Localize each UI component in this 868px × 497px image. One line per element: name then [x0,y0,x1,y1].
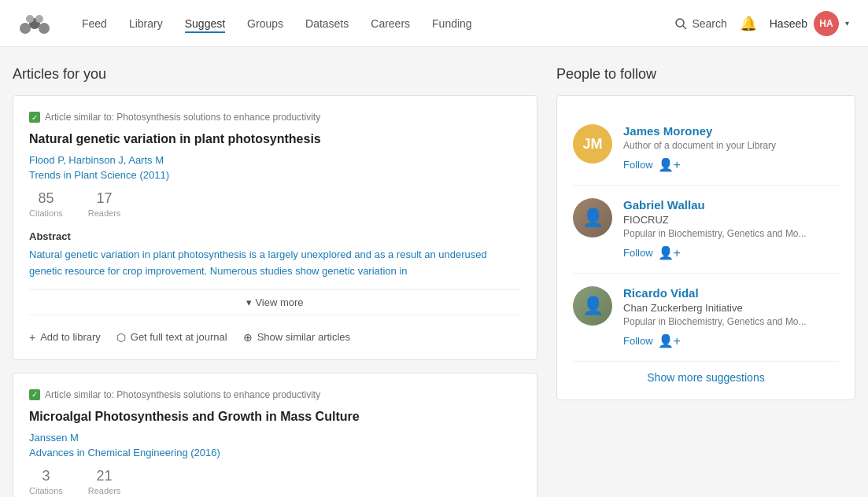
similar-tag-1: ✓ Article similar to: Photosynthesis sol… [29,112,521,123]
nav-right: Search 🔔 Haseeb HA ▾ [674,11,849,36]
external-link-icon-1: ⬡ [116,331,126,344]
svg-point-2 [39,23,50,34]
abstract-text-1: Natural genetic variation in plant photo… [29,247,521,280]
person-info-3: Ricardo Vidal Chan Zuckerberg Initiative… [623,286,839,348]
person-org-3: Chan Zuckerberg Initiative [623,302,839,314]
readers-label-1: Readers [88,208,121,218]
plus-icon-1: + [29,331,35,344]
person-item-3: 👤 Ricardo Vidal Chan Zuckerberg Initiati… [573,274,839,362]
person-info-1: James Moroney Author of a document in yo… [623,124,839,172]
svg-point-4 [26,15,34,23]
similar-text-1: Article similar to: Photosynthesis solut… [45,112,320,123]
follow-icon-3: 👤+ [658,333,681,348]
person-name-3[interactable]: Ricardo Vidal [623,286,839,300]
view-more-1[interactable]: ▾ View more [29,289,521,315]
article-stats-1: 85 Citations 17 Readers [29,190,521,218]
article-journal-2: Advances in Chemical Engineering (2016) [29,447,521,458]
people-card: JM James Moroney Author of a document in… [556,95,855,400]
show-similar-button-1[interactable]: ⊕ Show similar articles [243,331,350,344]
get-full-text-button-1[interactable]: ⬡ Get full text at journal [116,331,227,344]
nav-careers[interactable]: Careers [371,14,410,33]
follow-button-3[interactable]: Follow 👤+ [623,333,681,348]
chevron-down-icon: ▾ [845,19,849,28]
check-icon-2: ✓ [29,389,40,400]
nav-suggest[interactable]: Suggest [185,14,225,33]
citations-number-2: 3 [29,468,63,484]
user-menu[interactable]: Haseeb HA ▾ [770,11,849,36]
article-authors-1[interactable]: Flood P, Harbinson J, Aarts M [29,154,521,166]
person-name-1[interactable]: James Moroney [623,124,839,138]
readers-number-1: 17 [88,190,121,207]
follow-button-2[interactable]: Follow 👤+ [623,245,681,260]
navbar: Feed Library Suggest Groups Datasets Car… [0,0,868,47]
abstract-label-1: Abstract [29,230,521,242]
nav-library[interactable]: Library [129,14,163,33]
person-name-2[interactable]: Gabriel Wallau [623,198,839,212]
article-stats-2: 3 Citations 21 Readers [29,468,521,495]
citations-block-2: 3 Citations [29,468,63,495]
readers-number-2: 21 [88,468,121,484]
main-container: Articles for you ✓ Article similar to: P… [0,47,868,497]
similar-text-2: Article similar to: Photosynthesis solut… [45,389,320,400]
readers-label-2: Readers [88,486,121,495]
svg-line-6 [683,26,686,29]
show-more-suggestions-button[interactable]: Show more suggestions [573,362,839,384]
article-card-1: ✓ Article similar to: Photosynthesis sol… [13,95,537,360]
person-item-2: 👤 Gabriel Wallau FIOCRUZ Popular in Bioc… [573,186,839,274]
check-icon-1: ✓ [29,112,40,123]
notifications-icon[interactable]: 🔔 [740,15,757,32]
person-item-1: JM James Moroney Author of a document in… [573,112,839,186]
nav-links: Feed Library Suggest Groups Datasets Car… [82,14,674,33]
nav-feed[interactable]: Feed [82,14,107,33]
person-org-2: FIOCRUZ [623,214,839,226]
search-icon [674,17,687,30]
articles-section-title: Articles for you [13,66,537,83]
journal-year-2: (2016) [190,447,220,458]
person-desc-1: Author of a document in your Library [623,140,839,151]
citations-label-2: Citations [29,486,63,495]
articles-panel: Articles for you ✓ Article similar to: P… [13,66,537,497]
nav-datasets[interactable]: Datasets [305,14,349,33]
article-actions-1: + Add to library ⬡ Get full text at jour… [29,328,521,344]
follow-button-1[interactable]: Follow 👤+ [623,157,681,172]
citations-block-1: 85 Citations [29,190,63,218]
person-info-2: Gabriel Wallau FIOCRUZ Popular in Bioche… [623,198,839,260]
article-authors-2[interactable]: Janssen M [29,432,521,444]
similar-tag-2: ✓ Article similar to: Photosynthesis sol… [29,389,521,400]
article-card-2: ✓ Article similar to: Photosynthesis sol… [13,373,537,497]
avatar-gabriel-wallau: 👤 [573,198,612,237]
people-section-title: People to follow [556,66,855,83]
svg-point-0 [20,23,31,34]
article-journal-1: Trends in Plant Science (2011) [29,169,521,181]
abstract-section-1: Abstract Natural genetic variation in pl… [29,230,521,280]
person-desc-2: Popular in Biochemistry, Genetics and Mo… [623,228,839,239]
journal-year-1: (2011) [139,169,169,181]
journal-name-2[interactable]: Advances in Chemical Engineering [29,447,188,458]
search-button[interactable]: Search [674,17,726,30]
user-avatar: HA [814,11,839,36]
article-title-2[interactable]: Microalgal Photosynthesis and Growth in … [29,408,521,425]
article-title-1[interactable]: Natural genetic variation in plant photo… [29,131,521,148]
add-to-library-button-1[interactable]: + Add to library [29,331,101,344]
nav-groups[interactable]: Groups [247,14,283,33]
svg-point-5 [676,19,684,27]
layers-icon-1: ⊕ [243,331,253,344]
person-desc-3: Popular in Biochemistry, Genetics and Mo… [623,316,839,327]
readers-block-1: 17 Readers [88,190,121,218]
people-panel: People to follow JM James Moroney Author… [556,66,855,497]
citations-number-1: 85 [29,190,63,207]
follow-icon-1: 👤+ [658,157,681,172]
logo[interactable] [19,13,50,35]
avatar-james-moroney: JM [573,124,612,164]
readers-block-2: 21 Readers [88,468,121,495]
journal-name-1[interactable]: Trends in Plant Science [29,169,137,181]
follow-icon-2: 👤+ [658,245,681,260]
chevron-down-icon-1: ▾ [246,296,252,308]
nav-funding[interactable]: Funding [432,14,472,33]
avatar-ricardo-vidal: 👤 [573,286,612,326]
citations-label-1: Citations [29,208,63,218]
svg-point-3 [35,15,43,23]
